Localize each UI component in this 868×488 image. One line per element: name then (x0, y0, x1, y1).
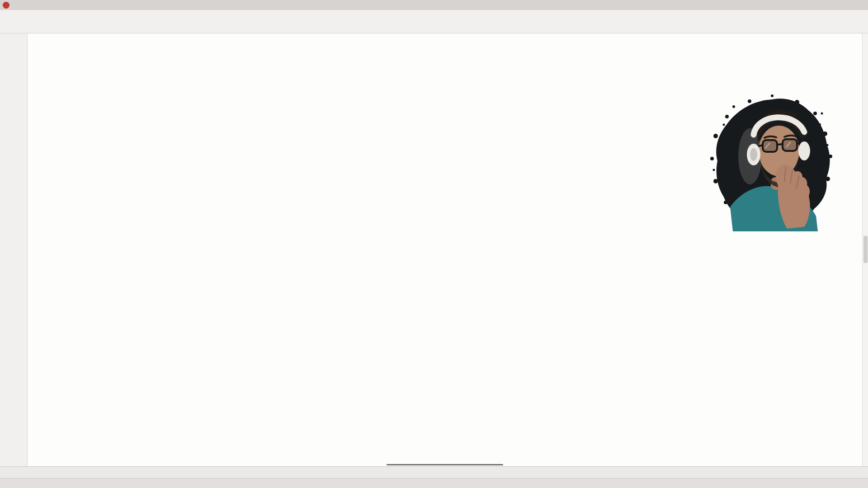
status-bar (0, 478, 868, 488)
room-grid (28, 33, 862, 466)
vertical-scrollbar (862, 33, 868, 466)
main-area (0, 33, 868, 466)
title-bar (0, 0, 868, 10)
menu-bar (0, 10, 868, 20)
app-icon (3, 2, 9, 9)
view-tabs (0, 466, 868, 478)
tool-sidebar (0, 33, 28, 466)
horizontal-scrollbar-thumb[interactable] (387, 464, 503, 465)
main-toolbar (0, 20, 868, 33)
vertical-scrollbar-thumb[interactable] (863, 236, 868, 263)
viewport[interactable] (28, 33, 862, 466)
horizontal-scrollbar (28, 463, 862, 466)
